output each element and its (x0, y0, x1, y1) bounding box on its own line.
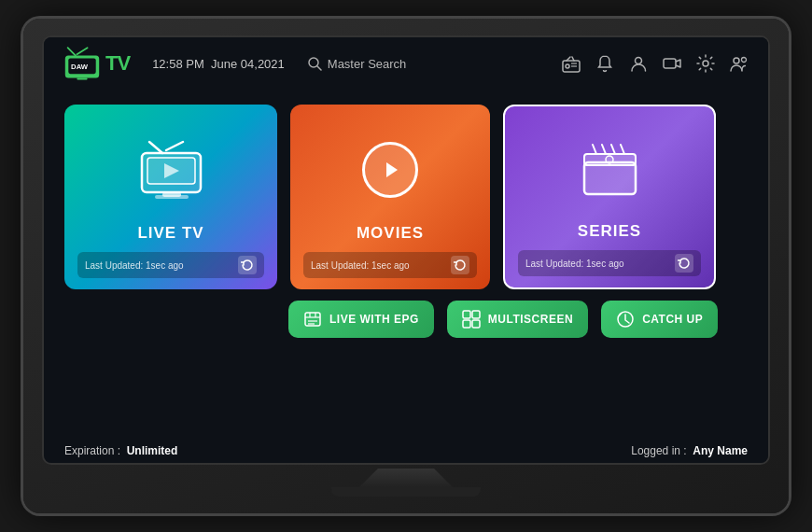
svg-line-31 (611, 145, 615, 154)
live-tv-updated: Last Updated: 1sec ago (85, 260, 184, 271)
svg-rect-41 (472, 311, 480, 318)
series-card[interactable]: SERIES Last Updated: 1sec ago (503, 105, 716, 289)
live-tv-title: LIVE TV (137, 224, 203, 243)
search-label: Master Search (328, 57, 407, 71)
series-title: SERIES (578, 222, 641, 241)
svg-line-19 (149, 142, 162, 153)
series-icon-area (580, 123, 640, 217)
svg-point-17 (734, 58, 739, 63)
logo-tv-text: TV (105, 51, 130, 76)
svg-marker-26 (386, 162, 398, 177)
search-bar[interactable]: Master Search (307, 56, 407, 71)
screen-content: DAW TV 12:58 PM June 04,2021 Master Sear… (44, 37, 768, 463)
camera-icon[interactable] (662, 53, 682, 74)
user-icon[interactable] (628, 53, 649, 74)
footer-info: Expiration : Unlimited Logged in : Any N… (44, 439, 768, 463)
multiscreen-label: MULTISCREEN (488, 313, 573, 326)
live-tv-card[interactable]: LIVE TV Last Updated: 1sec ago (64, 105, 277, 289)
svg-text:DAW: DAW (71, 63, 89, 71)
header-datetime: 12:58 PM June 04,2021 (152, 57, 285, 71)
movies-title: MOVIES (357, 224, 424, 243)
svg-rect-27 (584, 162, 636, 194)
cards-row: LIVE TV Last Updated: 1sec ago (64, 105, 748, 289)
movies-refresh[interactable] (451, 256, 469, 274)
clapper-icon (580, 142, 640, 198)
svg-line-20 (166, 142, 183, 150)
logged-in-text: Logged in : Any Name (631, 444, 748, 457)
live-tv-refresh[interactable] (238, 256, 257, 274)
svg-rect-25 (155, 195, 189, 199)
header-icons (561, 53, 749, 74)
svg-rect-43 (472, 320, 480, 328)
logo: DAW TV (63, 44, 130, 83)
main-content: LIVE TV Last Updated: 1sec ago (44, 90, 768, 439)
svg-point-33 (606, 156, 613, 163)
multiscreen-button[interactable]: MULTISCREEN (447, 301, 588, 338)
svg-line-1 (77, 48, 87, 54)
svg-rect-4 (77, 77, 87, 79)
settings-icon[interactable] (695, 53, 716, 74)
svg-line-29 (593, 145, 596, 154)
expiration-text: Expiration : Unlimited (64, 444, 177, 457)
movies-play-circle (362, 142, 418, 198)
svg-point-9 (566, 64, 569, 68)
series-refresh[interactable] (675, 254, 693, 273)
movies-card[interactable]: MOVIES Last Updated: 1sec ago (290, 105, 490, 289)
refresh-icon (241, 259, 254, 272)
svg-point-16 (703, 61, 708, 66)
svg-point-14 (636, 58, 642, 64)
logo-icon: DAW (63, 44, 102, 83)
svg-rect-15 (664, 59, 676, 68)
catchup-icon (616, 310, 635, 329)
bottom-buttons: LIVE WITH EPG MULTISCREEN (288, 301, 748, 338)
svg-line-32 (621, 145, 624, 154)
tv-stand (359, 469, 453, 487)
bell-icon[interactable] (595, 53, 615, 74)
tv-screen: DAW TV 12:58 PM June 04,2021 Master Sear… (42, 35, 770, 465)
users-icon[interactable] (729, 53, 749, 74)
epg-icon (303, 310, 322, 329)
series-updated: Last Updated: 1sec ago (525, 259, 624, 269)
tv-icon (136, 140, 206, 201)
live-epg-button[interactable]: LIVE WITH EPG (288, 301, 434, 338)
header-bar: DAW TV 12:58 PM June 04,2021 Master Sear… (44, 37, 768, 90)
refresh-icon (678, 257, 691, 270)
tv-frame: DAW TV 12:58 PM June 04,2021 Master Sear… (23, 19, 789, 513)
tv-base (331, 487, 481, 497)
movies-footer: Last Updated: 1sec ago (303, 252, 477, 278)
play-icon (378, 158, 402, 182)
search-icon (307, 56, 322, 71)
svg-line-0 (68, 48, 76, 55)
radio-icon[interactable] (561, 53, 581, 74)
series-footer: Last Updated: 1sec ago (518, 250, 701, 276)
svg-line-30 (602, 145, 606, 154)
svg-rect-40 (463, 311, 470, 318)
refresh-icon (454, 259, 467, 272)
svg-point-18 (742, 58, 747, 63)
live-tv-footer: Last Updated: 1sec ago (77, 252, 264, 278)
svg-rect-42 (463, 320, 470, 328)
live-epg-label: LIVE WITH EPG (329, 313, 419, 326)
multiscreen-icon (462, 310, 481, 329)
catchup-label: CATCH UP (642, 313, 703, 326)
catchup-button[interactable]: CATCH UP (601, 301, 718, 338)
movies-updated: Last Updated: 1sec ago (311, 260, 410, 271)
live-tv-icon-area (136, 121, 206, 218)
movies-icon-area (362, 121, 418, 218)
svg-line-7 (317, 66, 321, 70)
